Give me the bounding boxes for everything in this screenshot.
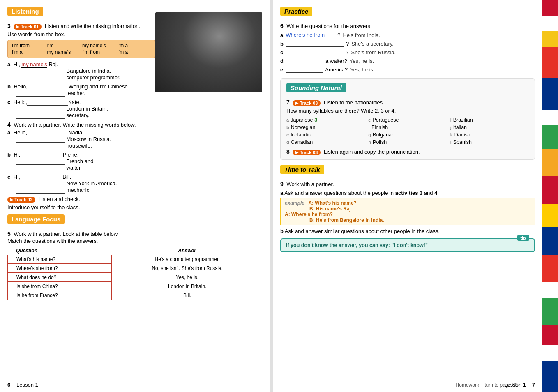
activity5: 5 Work with a partner. Look at the table… [7, 231, 262, 300]
sounding-natural-section: Sounding Natural 7 Track 03 Listen to th… [280, 78, 535, 160]
col1-header: Question [8, 247, 112, 255]
activity3-item-a: a Hi, my name's Raj. Bangalore in India.… [7, 61, 155, 81]
practice-item-d: d a waiter? Yes, he is. [280, 58, 535, 64]
list-item: aJapanese 3 [286, 117, 365, 123]
flag-image-strip [542, 0, 558, 392]
sounding-natural-header: Sounding Natural [286, 83, 346, 92]
activity7-subinstruction: How many syllables are there? Write 2, 3… [286, 108, 529, 114]
table-row: Is he from France? [8, 291, 112, 300]
activity6-number: 6 [280, 23, 284, 29]
activity7-instruction: Listen to the nationalities. [324, 99, 384, 106]
track02-badge[interactable]: Track 02 [7, 197, 35, 203]
time-to-talk-header: Time to Talk [280, 165, 324, 174]
mechanic-image [155, 12, 262, 92]
activity6-instruction: Write the questions for the answers. [286, 23, 371, 29]
activity4-item-a: a Hello, Nadia. Moscow in Russia. housew… [7, 129, 155, 149]
activity3-subinstruction: Use words from the box. [7, 31, 155, 37]
list-item: cIcelandic [286, 132, 365, 138]
word-box: I'm from I'm my name's I'm a I'm a my na… [7, 40, 155, 58]
activity7-number: 7 [286, 99, 290, 106]
list-item: dCanadian [286, 139, 365, 145]
table-row: No, she isn't. She's from Russia. [112, 264, 262, 273]
left-page: Listening 3 Track 01 Listen and write th… [0, 0, 270, 392]
activity5-instruction: Work with a partner. Look at the table b… [14, 231, 119, 237]
match-table: Question Answer What's his name?He's a c… [7, 247, 262, 300]
page-number-right: 7 [532, 382, 535, 388]
practice-header: Practice [280, 7, 312, 16]
activity8-number: 8 [286, 148, 290, 155]
activity5-subinstruction: Match the questions with the answers. [7, 238, 262, 244]
activity5-number: 5 [7, 231, 11, 237]
page-divider [270, 0, 273, 392]
col2-header: Answer [112, 247, 262, 255]
activity7: 7 Track 03 Listen to the nationalities. [286, 99, 529, 106]
activity4-number: 4 [7, 121, 11, 128]
activity3-item-c: c Hello, Kate. London in Britain. secret… [7, 99, 155, 119]
track02-section: Track 02 Listen and check. [7, 196, 262, 203]
activity4-item-b: b Hi, Pierre. French and waiter. [7, 152, 155, 171]
activity9-partb-instruction: Ask and answer similar questions about o… [285, 228, 440, 234]
listening-header: Listening [7, 7, 43, 16]
right-page: Practice 6 Write the questions for the a… [273, 0, 542, 392]
list-item: ePortuguese [368, 117, 447, 123]
list-item: hPolish [368, 139, 447, 145]
activity9-instruction: Work with a partner. [286, 181, 334, 187]
track02-subinstruction: Introduce yourself to the class. [7, 204, 262, 210]
table-row: What's his name? [8, 255, 112, 264]
list-item: bNorwegian [286, 125, 365, 130]
list-item: gBulgarian [368, 132, 447, 138]
table-row: He's a computer programmer. [112, 255, 262, 264]
activity3-instruction: Listen and write the missing information… [45, 23, 140, 29]
language-focus-header: Language Focus [7, 214, 65, 224]
lesson-label-left: Lesson 1 [16, 382, 38, 388]
example-block: example A: What's his name? B: His name'… [280, 198, 535, 225]
practice-item-a: a Where's he from ? He's from India. [280, 32, 535, 38]
track02-instruction: Listen and check. [39, 196, 80, 202]
list-item: kDanish [450, 132, 529, 138]
table-row: What does he do? [8, 273, 112, 282]
activity9-number: 9 [280, 181, 284, 187]
track01-badge[interactable]: Track 01 [14, 24, 42, 30]
list-item: fFinnish [368, 125, 447, 130]
list-item: jItalian [450, 125, 529, 130]
list-item: lSpanish [450, 139, 529, 145]
practice-item-c: c ? She's from Russia. [280, 49, 535, 55]
activity4-item-c: c Hi, Bill. New York in America. mechani… [7, 174, 155, 194]
page-number-left: 6 [7, 382, 10, 388]
activity8-instruction: Listen again and copy the pronunciation. [324, 149, 420, 155]
activity9: 9 Work with a partner. a Ask and answer … [280, 181, 535, 252]
activity3-item-b: b Hello, Wenjing and I'm Chinese. teache… [7, 83, 155, 97]
track03-badge-7[interactable]: Track 03 [293, 100, 321, 106]
tip-box: tip If you don't know the answer, you ca… [280, 238, 535, 252]
practice-item-e: e America? Yes, he is. [280, 66, 535, 73]
practice-item-b: b ? She's a secretary. [280, 40, 535, 47]
track03-badge-8[interactable]: Track 03 [293, 150, 321, 155]
table-row: London in Britain. [112, 282, 262, 291]
tip-label: tip [517, 235, 529, 241]
table-row: Is she from China? [8, 282, 112, 291]
nationalities-grid: aJapanese 3ePortugueseiBrazilianbNorwegi… [286, 117, 529, 145]
activity4-instruction: Work with a partner. Write the missing w… [14, 122, 136, 128]
activity3-number: 3 [7, 23, 11, 29]
tip-text: If you don't know the answer, you can sa… [286, 242, 428, 248]
activity8: 8 Track 03 Listen again and copy the pro… [286, 148, 529, 155]
lesson-label-right: Lesson 1 [504, 382, 526, 388]
activity6: 6 Write the questions for the answers. a… [280, 23, 535, 73]
activity9-part-b: b Ask and answer similar questions about… [280, 228, 535, 234]
table-row: Where's she from? [8, 264, 112, 273]
table-row: Yes, he is. [112, 273, 262, 282]
list-item: iBrazilian [450, 117, 529, 123]
activity9-part-a: a Ask and answer questions about the peo… [280, 190, 535, 225]
table-row: Bill. [112, 291, 262, 300]
